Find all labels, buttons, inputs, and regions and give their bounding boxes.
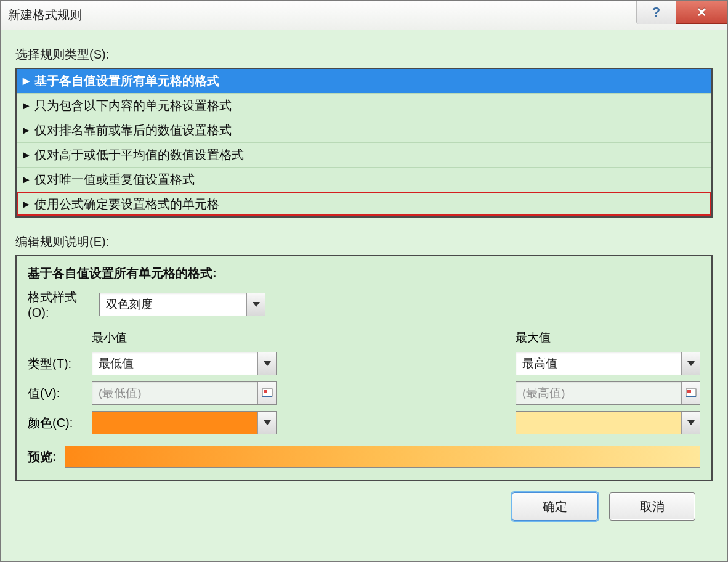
type-max-value: 最高值 — [516, 356, 681, 372]
rule-type-item-label: 仅对唯一值或重复值设置格式 — [34, 171, 195, 188]
dialog-body: 选择规则类型(S): ▶ 基于各自值设置所有单元格的格式 ▶ 只为包含以下内容的… — [1, 30, 727, 532]
triangle-right-icon: ▶ — [23, 126, 30, 134]
rule-type-item-label: 使用公式确定要设置格式的单元格 — [34, 196, 219, 213]
rule-type-item-0[interactable]: ▶ 基于各自值设置所有单元格的格式 — [17, 69, 711, 93]
type-min-dropdown[interactable]: 最低值 — [92, 352, 277, 375]
ok-button[interactable]: 确定 — [512, 492, 598, 521]
range-selector-icon[interactable] — [681, 382, 700, 404]
color-max-swatch — [516, 412, 681, 434]
value-label: 值(V): — [28, 385, 92, 402]
cancel-button-label: 取消 — [640, 499, 665, 515]
type-row: 类型(T): 最低值 最高值 — [28, 352, 700, 375]
triangle-right-icon: ▶ — [23, 76, 30, 85]
triangle-right-icon: ▶ — [23, 101, 30, 110]
titlebar: 新建格式规则 ? ✕ — [1, 1, 727, 30]
value-min-placeholder: (最低值) — [92, 385, 257, 401]
chevron-down-icon — [681, 352, 700, 375]
svg-rect-4 — [264, 390, 267, 393]
chevron-down-icon — [681, 412, 700, 434]
color-min-dropdown[interactable] — [92, 411, 277, 434]
format-style-row: 格式样式(O): 双色刻度 — [28, 289, 700, 320]
value-max-placeholder: (最高值) — [516, 385, 681, 401]
rule-type-item-label: 仅对高于或低于平均值的数值设置格式 — [34, 147, 244, 163]
preview-gradient — [65, 446, 700, 468]
color-row: 颜色(C): — [28, 411, 700, 434]
color-min-swatch — [92, 412, 257, 434]
format-style-label: 格式样式(O): — [28, 289, 92, 320]
svg-marker-9 — [264, 420, 271, 425]
chevron-down-icon — [257, 352, 276, 375]
preview-label: 预览: — [28, 449, 65, 465]
rule-type-item-5[interactable]: ▶ 使用公式确定要设置格式的单元格 — [17, 192, 711, 216]
svg-rect-8 — [686, 396, 696, 397]
triangle-right-icon: ▶ — [23, 175, 30, 184]
value-row: 值(V): (最低值) (最高值) — [28, 381, 700, 405]
chevron-down-icon — [257, 412, 276, 434]
rule-type-item-label: 仅对排名靠前或靠后的数值设置格式 — [34, 122, 232, 139]
rule-type-label: 选择规则类型(S): — [15, 46, 713, 63]
format-style-value: 双色刻度 — [100, 296, 246, 312]
color-max-dropdown[interactable] — [516, 411, 700, 434]
chevron-down-icon — [246, 293, 265, 316]
format-style-dropdown[interactable]: 双色刻度 — [99, 293, 265, 316]
max-column-header: 最大值 — [516, 331, 551, 344]
help-icon: ? — [652, 4, 660, 20]
rule-type-item-label: 基于各自值设置所有单元格的格式 — [34, 73, 219, 89]
dialog-window: 新建格式规则 ? ✕ 选择规则类型(S): ▶ 基于各自值设置所有单元格的格式 … — [0, 0, 728, 562]
type-label: 类型(T): — [28, 356, 92, 372]
rule-type-item-2[interactable]: ▶ 仅对排名靠前或靠后的数值设置格式 — [17, 118, 711, 142]
svg-rect-7 — [687, 390, 691, 393]
value-min-input[interactable]: (最低值) — [92, 381, 277, 405]
svg-marker-0 — [253, 302, 260, 307]
rule-type-item-1[interactable]: ▶ 只为包含以下内容的单元格设置格式 — [17, 93, 711, 118]
rule-type-item-label: 只为包含以下内容的单元格设置格式 — [34, 97, 232, 114]
close-icon: ✕ — [697, 5, 707, 20]
rule-type-item-4[interactable]: ▶ 仅对唯一值或重复值设置格式 — [17, 167, 711, 192]
window-controls: ? ✕ — [636, 1, 727, 30]
cancel-button[interactable]: 取消 — [609, 492, 695, 521]
svg-rect-5 — [262, 396, 272, 397]
window-title: 新建格式规则 — [8, 7, 82, 23]
dialog-footer: 确定 取消 — [15, 481, 713, 521]
value-max-input[interactable]: (最高值) — [516, 381, 700, 405]
help-button[interactable]: ? — [636, 1, 676, 24]
type-max-dropdown[interactable]: 最高值 — [516, 352, 700, 375]
panel-title: 基于各自值设置所有单元格的格式: — [28, 265, 700, 282]
rule-type-item-3[interactable]: ▶ 仅对高于或低于平均值的数值设置格式 — [17, 142, 711, 167]
ok-button-label: 确定 — [543, 499, 567, 515]
range-selector-icon[interactable] — [257, 382, 276, 404]
edit-rule-panel: 基于各自值设置所有单元格的格式: 格式样式(O): 双色刻度 最小值 最大值 — [15, 255, 713, 481]
preview-row: 预览: — [28, 446, 700, 468]
svg-marker-10 — [687, 420, 695, 425]
svg-marker-1 — [264, 361, 271, 366]
min-column-header: 最小值 — [92, 331, 127, 344]
triangle-right-icon: ▶ — [23, 150, 30, 159]
close-button[interactable]: ✕ — [676, 1, 727, 24]
rule-type-list: ▶ 基于各自值设置所有单元格的格式 ▶ 只为包含以下内容的单元格设置格式 ▶ 仅… — [15, 68, 713, 218]
triangle-right-icon: ▶ — [23, 200, 30, 208]
type-min-value: 最低值 — [92, 356, 257, 372]
column-headers-row: 最小值 最大值 — [28, 330, 700, 346]
svg-marker-2 — [687, 361, 695, 366]
color-label: 颜色(C): — [28, 415, 92, 431]
edit-description-label: 编辑规则说明(E): — [15, 234, 713, 250]
